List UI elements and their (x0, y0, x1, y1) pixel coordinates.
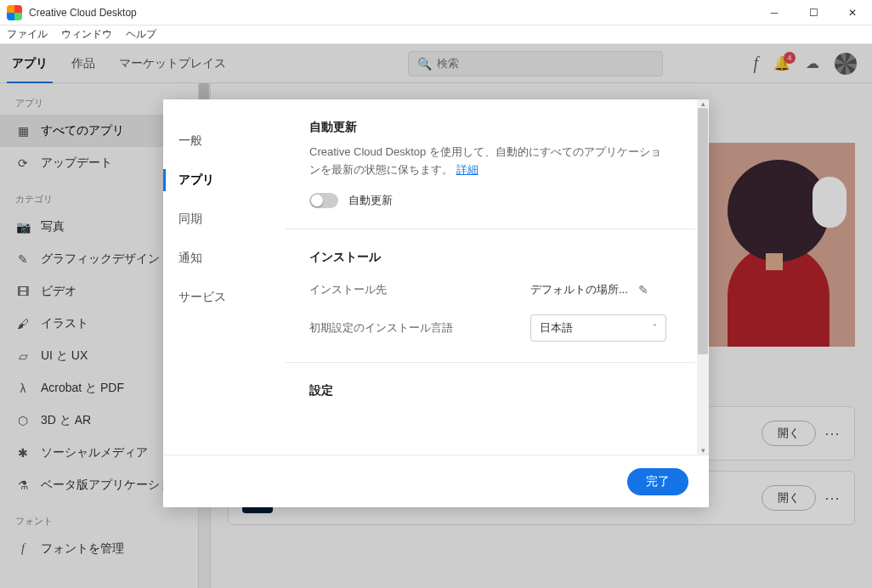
dialog-panel: ▴ ▾ 自動更新 Creative Cloud Desktop を使用して、自動… (286, 99, 709, 455)
window-title: Creative Cloud Desktop (29, 7, 137, 19)
done-button[interactable]: 完了 (627, 468, 688, 495)
dialog-footer: 完了 (163, 455, 709, 507)
dialog-tab-notify[interactable]: 通知 (163, 239, 286, 278)
language-select-value: 日本語 (540, 320, 573, 336)
section-settings: 設定 (286, 362, 695, 427)
install-location-label: インストール先 (309, 282, 530, 297)
chevron-down-icon: ˅ (653, 323, 657, 332)
install-title: インストール (309, 250, 671, 265)
minimize-button[interactable]: ─ (755, 0, 794, 25)
dialog-tab-general[interactable]: 一般 (163, 122, 286, 161)
language-select[interactable]: 日本語 ˅ (530, 314, 666, 342)
install-location-value: デフォルトの場所... (530, 282, 628, 297)
section-install: インストール インストール先 デフォルトの場所... ✎ 初期設定のインストール… (286, 229, 695, 362)
preferences-dialog: 一般 アプリ 同期 通知 サービス ▴ ▾ 自動更新 Creative Clou… (163, 99, 709, 507)
dialog-tabs: 一般 アプリ 同期 通知 サービス (163, 99, 286, 455)
settings-title: 設定 (309, 383, 671, 399)
auto-update-title: 自動更新 (309, 120, 671, 135)
titlebar: Creative Cloud Desktop ─ ☐ ✕ (0, 0, 872, 25)
auto-update-toggle-label: 自動更新 (348, 193, 393, 208)
menu-help[interactable]: ヘルプ (126, 27, 156, 42)
maximize-button[interactable]: ☐ (794, 0, 833, 25)
dialog-scrollbar[interactable]: ▴ ▾ (697, 99, 709, 455)
dialog-tab-sync[interactable]: 同期 (163, 200, 286, 239)
app-icon (7, 5, 22, 20)
menu-window[interactable]: ウィンドウ (61, 27, 112, 42)
close-button[interactable]: ✕ (833, 0, 872, 25)
scroll-down-icon[interactable]: ▾ (699, 446, 707, 455)
install-language-label: 初期設定のインストール言語 (309, 320, 530, 336)
menubar: ファイル ウィンドウ ヘルプ (0, 25, 872, 44)
dialog-tab-apps[interactable]: アプリ (163, 161, 286, 200)
section-auto-update: 自動更新 Creative Cloud Desktop を使用して、自動的にすべ… (286, 99, 695, 229)
dialog-tab-service[interactable]: サービス (163, 278, 286, 317)
scroll-up-icon[interactable]: ▴ (699, 99, 707, 108)
auto-update-toggle[interactable] (309, 193, 338, 208)
edit-icon[interactable]: ✎ (638, 283, 648, 297)
menu-file[interactable]: ファイル (7, 27, 48, 42)
details-link[interactable]: 詳細 (456, 163, 478, 176)
auto-update-desc: Creative Cloud Desktop を使用して、自動的にすべてのアプリ… (309, 145, 661, 176)
